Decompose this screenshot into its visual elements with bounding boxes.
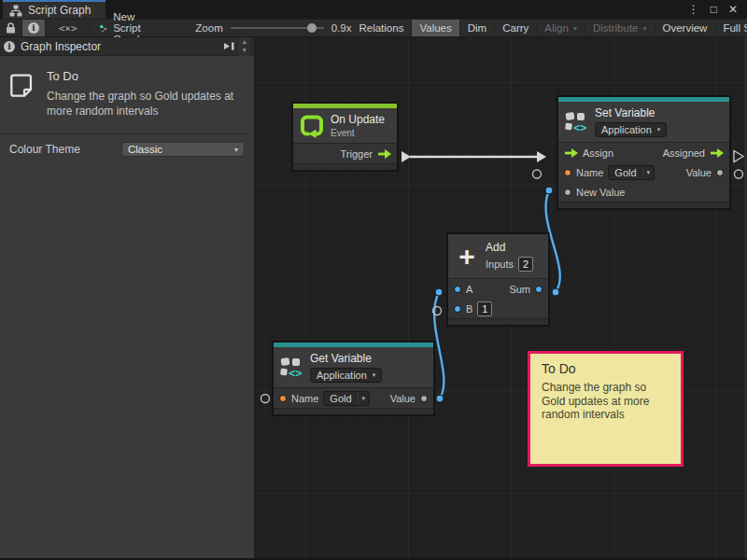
inspector-todo-summary: To Do Change the graph so Gold updates a… [0, 56, 254, 128]
sticky-note-icon [9, 69, 34, 103]
a-sum-port-row: A Sum [448, 279, 548, 299]
scroll-down-icon[interactable]: ▼ [242, 48, 247, 54]
value-port-label: Value [390, 393, 416, 404]
svg-text:<>: <> [289, 367, 302, 379]
external-value-port[interactable] [735, 170, 743, 178]
node-footer [448, 318, 548, 325]
fullscreen-button[interactable]: Full S [715, 20, 747, 36]
node-footer [274, 408, 433, 414]
node-title: On Update [331, 113, 385, 126]
flow-arrow-icon[interactable] [377, 149, 391, 159]
node-footer [293, 163, 397, 170]
chevron-down-icon: ▾ [642, 167, 655, 178]
zoom-value: 0.9x [331, 22, 352, 34]
variable-scope-dropdown[interactable]: Application ▾ [310, 368, 382, 383]
node-header: On Update Event [293, 108, 397, 144]
node-on-update[interactable]: On Update Event Trigger [292, 103, 398, 171]
sticky-note[interactable]: To Do Change the graph so Gold updates a… [528, 351, 684, 467]
fullscreen-label: Full S [723, 22, 747, 34]
node-add[interactable]: + Add Inputs 2 A Sum [447, 233, 549, 326]
close-button[interactable]: ✕ [728, 4, 738, 15]
flow-arrow-icon[interactable] [564, 148, 578, 158]
name-port-label: Name [291, 393, 318, 404]
info-icon: i [4, 41, 15, 52]
variable-name-value: Gold [324, 392, 357, 405]
colour-theme-select[interactable]: Classic ▾ [121, 142, 245, 157]
variable-name-dropdown[interactable]: Gold ▾ [608, 165, 655, 180]
relations-button[interactable]: Relations [351, 20, 412, 36]
value-port-dot[interactable] [420, 395, 428, 402]
node-set-variable[interactable]: <> Set Variable Application ▾ Assign [557, 96, 730, 209]
align-dropdown[interactable]: Align ▾ [537, 20, 585, 36]
value-port-dot[interactable] [279, 395, 287, 402]
tab-label: Script Graph [28, 4, 91, 17]
value-port-dot[interactable] [716, 169, 724, 176]
node-get-variable[interactable]: <> Get Variable Application ▾ Name Gold [273, 342, 434, 415]
variable-name-dropdown[interactable]: Gold ▾ [323, 391, 370, 406]
panel-scroll-arrows[interactable]: ▲ ▼ [239, 37, 250, 56]
maximize-button[interactable]: □ [711, 4, 717, 15]
scope-value: Application [317, 370, 367, 381]
zoom-slider-handle[interactable] [307, 23, 317, 33]
node-header: + Add Inputs 2 [448, 234, 548, 279]
add-plus-icon: + [455, 245, 479, 268]
lock-icon [6, 22, 16, 34]
external-flow-port[interactable] [734, 151, 743, 162]
external-value-port[interactable] [261, 395, 270, 403]
name-port-label: Name [576, 167, 603, 178]
values-button[interactable]: Values [412, 20, 459, 36]
value-port-dot[interactable] [454, 305, 461, 313]
new-script-graph-button[interactable]: New Script Graph [91, 20, 171, 36]
new-value-port-row: New Value [558, 182, 729, 202]
b-value-field[interactable]: 1 [477, 301, 492, 316]
title-bar: Script Graph ⋮ □ ✕ [0, 0, 747, 19]
script-graph-window: Script Graph ⋮ □ ✕ i <×> [0, 0, 747, 560]
variables-icon: <> [565, 111, 588, 133]
lock-button[interactable] [0, 20, 22, 36]
inspector-header: i Graph Inspector ▲ ▼ [0, 37, 254, 56]
zoom-slider[interactable] [231, 27, 324, 29]
value-port-dot[interactable] [454, 286, 461, 293]
graph-tab-icon [9, 5, 22, 17]
assign-port-row: Assign Assigned [558, 143, 729, 162]
distribute-dropdown[interactable]: Distribute ▾ [585, 20, 655, 36]
value-wire-getvar-to-add[interactable] [434, 292, 444, 399]
window-menu-button[interactable]: ⋮ [688, 4, 699, 15]
chevron-down-icon: ▾ [573, 24, 577, 33]
window-controls: ⋮ □ ✕ [688, 0, 747, 19]
value-port-dot[interactable] [564, 189, 571, 196]
align-label: Align [544, 22, 569, 34]
distribute-label: Distribute [593, 22, 639, 34]
overview-button[interactable]: Overview [655, 20, 716, 36]
node-subtitle: Event [331, 128, 385, 138]
new-value-port-label: New Value [576, 187, 625, 198]
graph-canvas[interactable]: On Update Event Trigger [255, 37, 747, 560]
chevron-down-icon: ▾ [642, 24, 646, 33]
trigger-port-row: Trigger [293, 144, 397, 163]
inputs-count-field[interactable]: 2 [518, 257, 533, 272]
variable-scope-dropdown[interactable]: Application ▾ [595, 122, 667, 137]
code-view-button[interactable]: <×> [46, 20, 91, 36]
svg-text:<>: <> [573, 121, 586, 133]
carry-label: Carry [502, 22, 529, 34]
external-value-port[interactable] [533, 170, 542, 178]
value-port-dot[interactable] [535, 286, 543, 293]
relations-label: Relations [359, 22, 403, 34]
zoom-control: Zoom 0.9x [195, 20, 351, 36]
colour-theme-row: Colour Theme Classic ▾ [0, 134, 254, 164]
tab-script-graph[interactable]: Script Graph [3, 0, 106, 19]
dock-panel-icon[interactable] [223, 40, 235, 52]
value-port-dot[interactable] [564, 169, 571, 176]
node-title: Add [486, 241, 533, 254]
chevron-down-icon: ▾ [358, 393, 370, 404]
flow-arrow-icon[interactable] [710, 148, 724, 158]
sticky-note-title: To Do [542, 361, 669, 376]
scroll-up-icon[interactable]: ▲ [242, 39, 247, 46]
inspector-toggle-button[interactable]: i [22, 20, 46, 36]
carry-button[interactable]: Carry [495, 20, 537, 36]
zoom-label: Zoom [195, 22, 222, 34]
dim-label: Dim [468, 22, 486, 34]
todo-title: To Do [47, 69, 245, 83]
code-icon: <×> [59, 22, 78, 35]
dim-button[interactable]: Dim [460, 20, 495, 36]
